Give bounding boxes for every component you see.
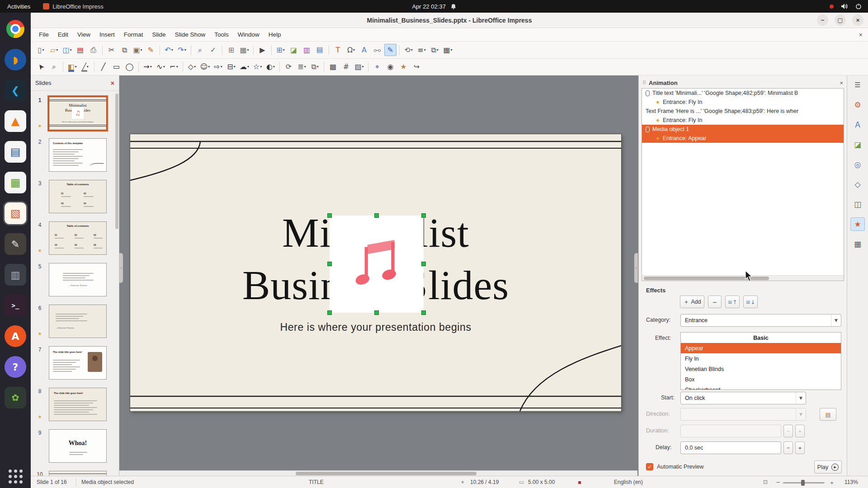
delay-field[interactable]: 0.0 sec <box>680 441 781 454</box>
dock-extensions-icon[interactable]: ✿ <box>5 387 26 408</box>
move-up-button[interactable]: ≡↑ <box>725 296 740 308</box>
dock-firefox-icon[interactable]: ◗ <box>5 49 26 70</box>
callout-shapes-icon[interactable]: ☁▾ <box>238 61 250 73</box>
new-document-icon[interactable]: ▯▾ <box>35 44 47 56</box>
object-size-status[interactable]: 5.00 x 5.00 <box>528 479 555 485</box>
dock-vscode-icon[interactable]: ❮ <box>5 80 26 101</box>
panel-splitter-right[interactable]: › <box>634 253 638 283</box>
ellipse-icon[interactable]: ◯ <box>123 61 136 73</box>
sidebar-tab-gallery-icon[interactable]: ◪ <box>850 138 865 151</box>
fill-color-icon[interactable]: ◧▾ <box>66 61 78 73</box>
effect-option-checkerboard[interactable]: Checkerboard <box>681 385 841 390</box>
zoom-pan-icon[interactable]: ⌕ <box>48 61 60 73</box>
slide-canvas[interactable]: Minimalist Business Slides Here is where… <box>119 75 637 476</box>
dock-boxes-icon[interactable]: ▥ <box>5 264 26 286</box>
transformations-icon[interactable]: ⟲▾ <box>402 44 415 56</box>
lines-and-arrows-icon[interactable]: →▾ <box>142 61 154 73</box>
menu-tools[interactable]: Tools <box>210 29 233 40</box>
panel-grip-icon[interactable]: ⠿ <box>642 80 645 86</box>
undo-icon[interactable]: ↶▾ <box>163 44 175 56</box>
shadow-icon[interactable]: ▩ <box>327 61 339 73</box>
fontwork-icon[interactable]: A <box>358 44 370 56</box>
fit-slide-icon[interactable]: ⊡ <box>763 479 768 485</box>
align-icon[interactable]: ≣▾ <box>296 61 308 73</box>
display-grid-icon[interactable]: ⊞ <box>225 44 237 56</box>
symbol-shapes-icon[interactable]: ☺▾ <box>199 61 211 73</box>
dock-ubuntu-software-icon[interactable]: A <box>5 325 26 347</box>
selection-handle[interactable] <box>421 310 426 315</box>
insert-media-icon[interactable]: ▥ <box>301 44 313 56</box>
insert-symbol-icon[interactable]: Ω▾ <box>345 44 357 56</box>
show-draw-functions-icon[interactable]: ✎ <box>384 44 396 56</box>
menu-edit[interactable]: Edit <box>53 29 73 40</box>
sidebar-settings-icon[interactable]: ☰ <box>850 78 865 92</box>
insert-chart-icon[interactable]: ▥ <box>314 44 326 56</box>
dock-chrome-icon[interactable] <box>5 18 26 40</box>
slide-thumbnail-1[interactable]: MinimalistBusiness Slides♫Here is where … <box>49 97 107 130</box>
close-document-button[interactable]: × <box>859 31 863 38</box>
selection-handle[interactable] <box>327 213 332 218</box>
menu-slide-show[interactable]: Slide Show <box>170 29 210 40</box>
animation-list-item[interactable]: ★Entrance: Fly In <box>642 116 844 125</box>
menu-help[interactable]: Help <box>264 29 286 40</box>
insert-textbox-icon[interactable]: T <box>332 44 344 56</box>
canvas-horizontal-scrollbar[interactable] <box>119 470 637 476</box>
find-replace-icon[interactable]: ⌕ <box>194 44 206 56</box>
slides-panel-scrollbar[interactable] <box>115 94 118 229</box>
open-icon[interactable]: ▱▾ <box>48 44 60 56</box>
dock-gimp-icon[interactable]: ✎ <box>5 233 26 255</box>
slide-layout-icon[interactable]: ▦▾ <box>442 44 454 56</box>
display-views-icon[interactable]: ▦▾ <box>238 44 250 56</box>
slide-number-status[interactable]: Slide 1 of 16 <box>37 479 67 485</box>
speaker-icon[interactable] <box>841 3 848 9</box>
copy-icon[interactable]: ⧉ <box>118 44 131 56</box>
insert-hyperlink-icon[interactable]: ⧟ <box>371 44 383 56</box>
curves-polygons-icon[interactable]: ∿▾ <box>155 61 167 73</box>
menu-window[interactable]: Window <box>233 29 264 40</box>
animation-list-item[interactable]: Text Frame 'Here is ...' 'Google Shape;4… <box>642 107 844 116</box>
menu-slide[interactable]: Slide <box>148 29 170 40</box>
glue-points-icon[interactable]: ◉ <box>384 61 396 73</box>
dock-libreoffice-writer-icon[interactable]: ▤ <box>5 141 26 163</box>
slide-editing-area[interactable]: Minimalist Business Slides Here is where… <box>130 134 621 411</box>
animation-list-hscrollbar[interactable] <box>642 275 844 281</box>
spelling-icon[interactable]: ✓ <box>207 44 219 56</box>
zoom-in-icon[interactable]: ＋ <box>829 479 835 487</box>
animation-list[interactable]: Title text 'Minimali...' 'Google Shape;4… <box>642 88 844 281</box>
sidebar-tab-shapes-icon[interactable]: ◇ <box>850 178 865 191</box>
basic-shapes-icon[interactable]: ◇▾ <box>186 61 198 73</box>
layout-name-status[interactable]: TITLE <box>309 479 324 485</box>
dock-help-icon[interactable]: ? <box>5 356 26 378</box>
paste-icon[interactable]: ▣▾ <box>132 44 144 56</box>
cut-icon[interactable]: ✂ <box>105 44 118 56</box>
slide-thumbnail-2[interactable]: Contents of this template <box>49 138 107 172</box>
slide-thumbnail-3[interactable]: Table of contents01020304 <box>49 180 107 213</box>
export-pdf-icon[interactable]: ▤ <box>74 44 86 56</box>
effect-option-venetian-blinds[interactable]: Venetian Blinds <box>681 364 841 374</box>
insert-image-icon[interactable]: ◪ <box>288 44 300 56</box>
sidebar-tab-animation-icon[interactable]: ★ <box>850 217 865 231</box>
activities-button[interactable]: Activities <box>0 0 38 13</box>
sidebar-tab-properties-icon[interactable]: ⚙ <box>850 98 865 112</box>
selection-handle[interactable] <box>421 213 426 218</box>
minimize-button[interactable]: − <box>817 14 828 26</box>
block-arrows-icon[interactable]: ⇨▾ <box>212 61 224 73</box>
media-object[interactable] <box>330 216 424 313</box>
delay-increase-button[interactable]: ＋ <box>795 441 805 454</box>
clock-label[interactable]: Apr 22 02:37 <box>412 3 445 10</box>
print-icon[interactable]: ⎙ <box>87 44 99 56</box>
sidebar-tab-styles-icon[interactable]: A <box>850 118 865 131</box>
zoom-slider-handle[interactable] <box>801 480 805 486</box>
3d-objects-icon[interactable]: ◐▾ <box>264 61 277 73</box>
app-grid-button[interactable] <box>9 469 23 483</box>
animation-panel-close-icon[interactable]: × <box>840 80 843 86</box>
add-effect-button[interactable]: ＋ Add <box>680 296 704 308</box>
power-icon[interactable] <box>855 3 862 9</box>
effect-option-appear[interactable]: Appear <box>681 343 841 353</box>
move-down-button[interactable]: ≡↓ <box>743 296 758 308</box>
slide-thumbnail-8[interactable]: The slide title goes here! <box>49 388 107 421</box>
dock-libreoffice-impress-icon[interactable]: ▧ <box>5 202 26 224</box>
animation-list-item[interactable]: Title text 'Minimali...' 'Google Shape;4… <box>642 89 844 98</box>
rotate-icon[interactable]: ⟳ <box>283 61 295 73</box>
window-titlebar[interactable]: Minimalist_Business_Slides.pptx - LibreO… <box>31 13 868 28</box>
